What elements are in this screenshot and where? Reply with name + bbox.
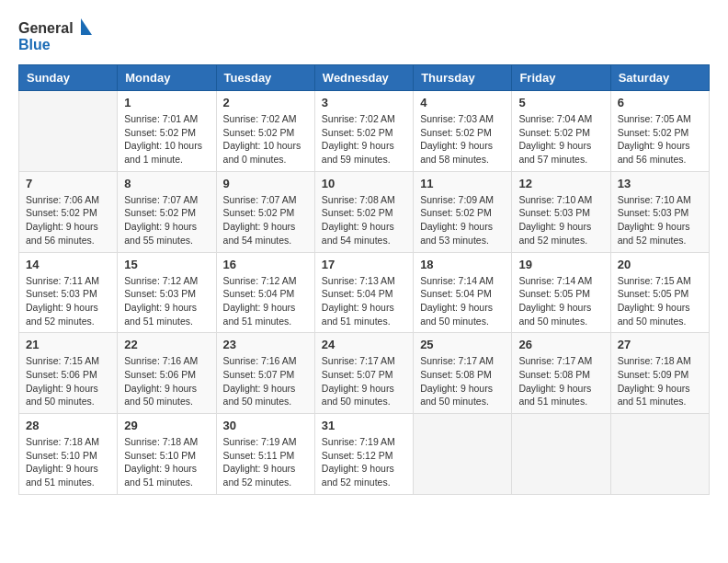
day-number: 1	[124, 96, 209, 109]
calendar-cell	[414, 414, 512, 495]
day-number: 9	[223, 177, 308, 190]
calendar-cell: 19Sunrise: 7:14 AM Sunset: 5:05 PM Dayli…	[512, 252, 610, 333]
weekday-header-monday: Monday	[118, 65, 216, 91]
weekday-header-wednesday: Wednesday	[314, 65, 413, 91]
logo: GeneralBlue	[18, 18, 92, 55]
day-info: Sunrise: 7:07 AM Sunset: 5:02 PM Dayligh…	[223, 193, 308, 247]
day-info: Sunrise: 7:18 AM Sunset: 5:09 PM Dayligh…	[618, 354, 702, 408]
day-number: 21	[26, 338, 110, 351]
day-info: Sunrise: 7:08 AM Sunset: 5:02 PM Dayligh…	[322, 193, 406, 247]
day-info: Sunrise: 7:10 AM Sunset: 5:03 PM Dayligh…	[618, 193, 702, 247]
calendar-table: SundayMondayTuesdayWednesdayThursdayFrid…	[18, 64, 710, 495]
day-number: 5	[518, 96, 603, 109]
calendar-cell: 16Sunrise: 7:12 AM Sunset: 5:04 PM Dayli…	[216, 252, 314, 333]
day-number: 24	[322, 338, 406, 351]
calendar-cell: 14Sunrise: 7:11 AM Sunset: 5:03 PM Dayli…	[19, 252, 118, 333]
day-number: 17	[322, 258, 406, 271]
calendar-cell: 8Sunrise: 7:07 AM Sunset: 5:02 PM Daylig…	[118, 171, 216, 252]
day-number: 10	[322, 177, 406, 190]
weekday-header-friday: Friday	[512, 65, 610, 91]
weekday-header-thursday: Thursday	[414, 65, 512, 91]
svg-text:Blue: Blue	[18, 37, 51, 52]
calendar-cell: 21Sunrise: 7:15 AM Sunset: 5:06 PM Dayli…	[19, 333, 118, 414]
day-number: 6	[618, 96, 702, 109]
day-info: Sunrise: 7:16 AM Sunset: 5:06 PM Dayligh…	[124, 354, 209, 408]
day-info: Sunrise: 7:04 AM Sunset: 5:02 PM Dayligh…	[518, 112, 603, 167]
day-number: 14	[26, 258, 110, 271]
day-number: 30	[223, 419, 308, 432]
calendar-cell: 13Sunrise: 7:10 AM Sunset: 5:03 PM Dayli…	[610, 171, 709, 252]
day-info: Sunrise: 7:07 AM Sunset: 5:02 PM Dayligh…	[124, 193, 209, 247]
calendar-cell: 7Sunrise: 7:06 AM Sunset: 5:02 PM Daylig…	[19, 171, 118, 252]
day-info: Sunrise: 7:06 AM Sunset: 5:02 PM Dayligh…	[26, 193, 110, 247]
calendar-cell: 20Sunrise: 7:15 AM Sunset: 5:05 PM Dayli…	[610, 252, 709, 333]
day-number: 13	[618, 177, 702, 190]
day-number: 19	[518, 258, 603, 271]
calendar-cell	[610, 414, 709, 495]
page-header: GeneralBlue	[18, 18, 710, 55]
calendar-cell: 28Sunrise: 7:18 AM Sunset: 5:10 PM Dayli…	[19, 414, 118, 495]
day-info: Sunrise: 7:01 AM Sunset: 5:02 PM Dayligh…	[124, 112, 209, 167]
day-number: 8	[124, 177, 209, 190]
day-info: Sunrise: 7:14 AM Sunset: 5:05 PM Dayligh…	[518, 274, 603, 328]
day-number: 31	[322, 419, 406, 432]
calendar-cell	[19, 91, 118, 172]
day-number: 12	[518, 177, 603, 190]
day-number: 29	[124, 419, 209, 432]
day-number: 20	[618, 258, 702, 271]
day-info: Sunrise: 7:17 AM Sunset: 5:07 PM Dayligh…	[322, 354, 406, 408]
calendar-week-row: 28Sunrise: 7:18 AM Sunset: 5:10 PM Dayli…	[19, 414, 710, 495]
weekday-header-saturday: Saturday	[610, 65, 709, 91]
day-number: 25	[420, 338, 505, 351]
calendar-cell: 5Sunrise: 7:04 AM Sunset: 5:02 PM Daylig…	[512, 91, 610, 172]
svg-marker-2	[81, 18, 92, 35]
calendar-week-row: 7Sunrise: 7:06 AM Sunset: 5:02 PM Daylig…	[19, 171, 710, 252]
logo-svg: GeneralBlue	[18, 18, 92, 55]
calendar-cell: 30Sunrise: 7:19 AM Sunset: 5:11 PM Dayli…	[216, 414, 314, 495]
day-number: 3	[322, 96, 406, 109]
day-info: Sunrise: 7:13 AM Sunset: 5:04 PM Dayligh…	[322, 274, 406, 328]
calendar-cell: 11Sunrise: 7:09 AM Sunset: 5:02 PM Dayli…	[414, 171, 512, 252]
day-info: Sunrise: 7:19 AM Sunset: 5:12 PM Dayligh…	[322, 435, 406, 489]
day-info: Sunrise: 7:05 AM Sunset: 5:02 PM Dayligh…	[618, 112, 702, 167]
calendar-week-row: 21Sunrise: 7:15 AM Sunset: 5:06 PM Dayli…	[19, 333, 710, 414]
calendar-cell: 3Sunrise: 7:02 AM Sunset: 5:02 PM Daylig…	[314, 91, 413, 172]
calendar-week-row: 1Sunrise: 7:01 AM Sunset: 5:02 PM Daylig…	[19, 91, 710, 172]
day-info: Sunrise: 7:02 AM Sunset: 5:02 PM Dayligh…	[322, 112, 406, 167]
calendar-week-row: 14Sunrise: 7:11 AM Sunset: 5:03 PM Dayli…	[19, 252, 710, 333]
day-info: Sunrise: 7:17 AM Sunset: 5:08 PM Dayligh…	[518, 354, 603, 408]
calendar-cell: 22Sunrise: 7:16 AM Sunset: 5:06 PM Dayli…	[118, 333, 216, 414]
day-number: 22	[124, 338, 209, 351]
day-number: 7	[26, 177, 110, 190]
calendar-cell: 10Sunrise: 7:08 AM Sunset: 5:02 PM Dayli…	[314, 171, 413, 252]
calendar-cell	[512, 414, 610, 495]
day-number: 28	[26, 419, 110, 432]
day-info: Sunrise: 7:10 AM Sunset: 5:03 PM Dayligh…	[518, 193, 603, 247]
day-number: 23	[223, 338, 308, 351]
day-info: Sunrise: 7:19 AM Sunset: 5:11 PM Dayligh…	[223, 435, 308, 489]
day-info: Sunrise: 7:11 AM Sunset: 5:03 PM Dayligh…	[26, 274, 110, 328]
day-info: Sunrise: 7:18 AM Sunset: 5:10 PM Dayligh…	[26, 435, 110, 489]
day-info: Sunrise: 7:12 AM Sunset: 5:04 PM Dayligh…	[223, 274, 308, 328]
calendar-cell: 29Sunrise: 7:18 AM Sunset: 5:10 PM Dayli…	[118, 414, 216, 495]
calendar-cell: 12Sunrise: 7:10 AM Sunset: 5:03 PM Dayli…	[512, 171, 610, 252]
calendar-cell: 25Sunrise: 7:17 AM Sunset: 5:08 PM Dayli…	[414, 333, 512, 414]
weekday-header-row: SundayMondayTuesdayWednesdayThursdayFrid…	[19, 65, 710, 91]
day-info: Sunrise: 7:15 AM Sunset: 5:05 PM Dayligh…	[618, 274, 702, 328]
day-info: Sunrise: 7:14 AM Sunset: 5:04 PM Dayligh…	[420, 274, 505, 328]
calendar-cell: 1Sunrise: 7:01 AM Sunset: 5:02 PM Daylig…	[118, 91, 216, 172]
svg-text:General: General	[18, 20, 74, 36]
day-number: 26	[518, 338, 603, 351]
weekday-header-tuesday: Tuesday	[216, 65, 314, 91]
calendar-cell: 4Sunrise: 7:03 AM Sunset: 5:02 PM Daylig…	[414, 91, 512, 172]
calendar-cell: 17Sunrise: 7:13 AM Sunset: 5:04 PM Dayli…	[314, 252, 413, 333]
day-info: Sunrise: 7:03 AM Sunset: 5:02 PM Dayligh…	[420, 112, 505, 167]
calendar-cell: 2Sunrise: 7:02 AM Sunset: 5:02 PM Daylig…	[216, 91, 314, 172]
day-number: 27	[618, 338, 702, 351]
calendar-cell: 18Sunrise: 7:14 AM Sunset: 5:04 PM Dayli…	[414, 252, 512, 333]
day-info: Sunrise: 7:17 AM Sunset: 5:08 PM Dayligh…	[420, 354, 505, 408]
day-number: 15	[124, 258, 209, 271]
day-number: 11	[420, 177, 505, 190]
day-number: 2	[223, 96, 308, 109]
day-info: Sunrise: 7:18 AM Sunset: 5:10 PM Dayligh…	[124, 435, 209, 489]
